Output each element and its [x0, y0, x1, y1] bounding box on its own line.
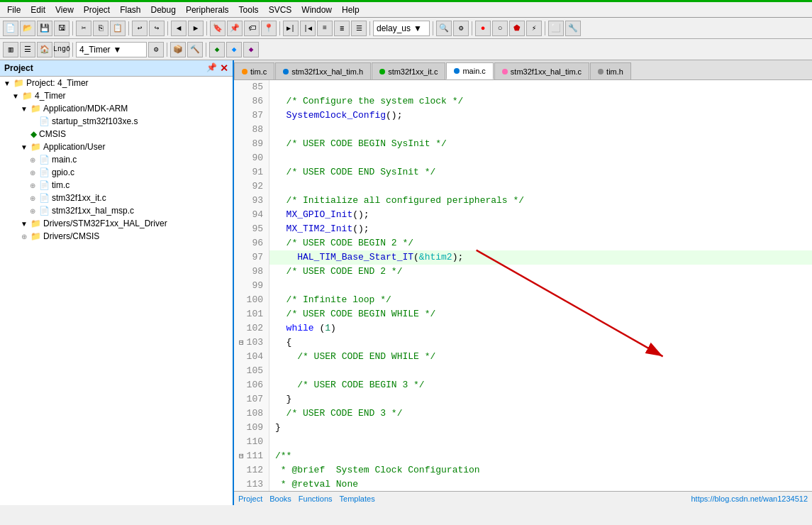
- menu-peripherals[interactable]: Peripherals: [182, 4, 233, 16]
- tree-label: stm32f1xx_it.c: [52, 193, 106, 203]
- toolbar-1: 📄 📂 💾 🖫 ✂ ⎘ 📋 ↩ ↪ ◀ ▶ 🔖 📌 🏷 📍 ▶| |◀ ≡ ≣ …: [0, 18, 812, 39]
- editor[interactable]: 85 86 87 88 89 90 91 92 93 94 95 96 97 9…: [234, 80, 812, 491]
- config-button[interactable]: ⚙: [453, 21, 469, 36]
- bookmark-button[interactable]: 🔖: [210, 21, 226, 36]
- file-icon: 📄: [39, 193, 50, 203]
- templates-tab-label[interactable]: Templates: [340, 494, 375, 503]
- close-icon[interactable]: ✕: [220, 62, 228, 74]
- blog-link[interactable]: https://blog.csdn.net/wan1234512: [691, 494, 808, 503]
- options-button[interactable]: ⬜: [548, 21, 564, 36]
- run-button[interactable]: ●: [475, 21, 491, 36]
- tab-stm32-hal-tim-h[interactable]: stm32f1xx_hal_tim.h: [275, 62, 371, 79]
- nav-fwd-button[interactable]: ▶: [188, 21, 204, 36]
- sep2: [128, 21, 129, 35]
- expand-icon: ⊕: [28, 207, 37, 215]
- code-area[interactable]: /* Configure the system clock */ SystemC…: [269, 80, 812, 491]
- tab-stm32-it-c[interactable]: stm32f1xx_it.c: [372, 62, 445, 79]
- tab-label: stm32f1xx_hal_tim.c: [511, 67, 582, 76]
- save-all-button[interactable]: 🖫: [54, 21, 69, 36]
- menu-debug[interactable]: Debug: [147, 4, 180, 16]
- tb2-btn1[interactable]: ▥: [3, 42, 18, 57]
- sep1: [72, 21, 73, 35]
- cut-button[interactable]: ✂: [76, 21, 91, 36]
- bookmark3-button[interactable]: 🏷: [244, 21, 260, 36]
- tree-item-hal-driver[interactable]: ▼ 📁 Drivers/STM32F1xx_HAL_Driver: [0, 217, 233, 230]
- menu-view[interactable]: View: [51, 4, 78, 16]
- expand-icon: ▼: [20, 105, 28, 113]
- menu-project[interactable]: Project: [79, 4, 114, 16]
- undo-button[interactable]: ↩: [132, 21, 148, 36]
- tree-item-tim-c[interactable]: ⊕ 📄 tim.c: [0, 179, 233, 192]
- build-btn1[interactable]: 📦: [170, 42, 186, 57]
- build-btn2[interactable]: 🔨: [187, 42, 203, 57]
- menu-edit[interactable]: Edit: [26, 4, 50, 16]
- sep12: [206, 43, 206, 57]
- redo-button[interactable]: ↪: [149, 21, 165, 36]
- tree-item-stm32-it[interactable]: ⊕ 📄 stm32f1xx_it.c: [0, 192, 233, 204]
- tree-label: gpio.c: [52, 167, 74, 177]
- ln-95: 95: [234, 222, 269, 236]
- new-file-button[interactable]: 📄: [3, 21, 18, 36]
- tab-hal-tim-c[interactable]: stm32f1xx_hal_tim.c: [494, 62, 589, 79]
- indent2-button[interactable]: ≡: [317, 21, 333, 36]
- sidebar-header: Project 📌 ✕: [0, 60, 233, 77]
- menu-svcs[interactable]: SVCS: [265, 4, 296, 16]
- function-combo[interactable]: delay_us ▼: [373, 21, 430, 36]
- pin-icon[interactable]: 📌: [206, 62, 217, 74]
- menu-window[interactable]: Window: [297, 4, 336, 16]
- copy-button[interactable]: ⎘: [93, 21, 109, 36]
- tree-item-mdk-arm[interactable]: ▼ 📁 Application/MDK-ARM: [0, 102, 233, 115]
- menubar: File Edit View Project Flash Debug Perip…: [0, 2, 812, 18]
- bookmark4-button[interactable]: 📍: [261, 21, 277, 36]
- circle-button[interactable]: ○: [492, 21, 508, 36]
- debug-btn2[interactable]: ◆: [226, 42, 242, 57]
- functions-tab-label[interactable]: Functions: [299, 494, 333, 503]
- save-button[interactable]: 💾: [37, 21, 52, 36]
- target-settings-btn[interactable]: ⚙: [148, 42, 164, 57]
- sidebar-title: Project: [4, 63, 33, 73]
- stop-button[interactable]: ⬟: [509, 21, 525, 36]
- target-combo[interactable]: 4_Timer ▼: [76, 42, 147, 57]
- tree-item-cmsis[interactable]: ◆ CMSIS: [0, 128, 233, 140]
- menu-help[interactable]: Help: [338, 4, 364, 16]
- bookmark2-button[interactable]: 📌: [227, 21, 243, 36]
- menu-file[interactable]: File: [3, 4, 25, 16]
- wrench-button[interactable]: 🔧: [565, 21, 581, 36]
- indent3-button[interactable]: ≣: [334, 21, 350, 36]
- tb2-btn2[interactable]: ☰: [20, 42, 35, 57]
- tree-item-drivers-cmsis[interactable]: ⊕ 📁 Drivers/CMSIS: [0, 230, 233, 243]
- indent-button[interactable]: ▶|: [283, 21, 299, 36]
- outdent-button[interactable]: |◀: [300, 21, 316, 36]
- menu-flash[interactable]: Flash: [116, 4, 145, 16]
- tb2-btn3[interactable]: 🏠: [37, 42, 52, 57]
- sep6: [369, 21, 370, 35]
- indent4-button[interactable]: ☰: [351, 21, 367, 36]
- code-line-111: /**: [269, 449, 812, 463]
- tree-item-main-c[interactable]: ⊕ 📄 main.c: [0, 153, 233, 166]
- books-tab-label[interactable]: Books: [269, 494, 291, 503]
- tree-item-hal-msp[interactable]: ⊕ 📄 stm32f1xx_hal_msp.c: [0, 204, 233, 217]
- paste-button[interactable]: 📋: [110, 21, 126, 36]
- tree-item-4timer[interactable]: ▼ 📁 4_Timer: [0, 89, 233, 102]
- tree-item-project[interactable]: ▼ 📁 Project: 4_Timer: [0, 77, 233, 89]
- tree-label: CMSIS: [39, 129, 66, 139]
- debug-btn3[interactable]: ◆: [243, 42, 259, 57]
- debug-btn1[interactable]: ◆: [209, 42, 225, 57]
- tab-tim-h[interactable]: tim.h: [590, 62, 631, 79]
- code-line-97: HAL_TIM_Base_Start_IT(&htim2);: [269, 250, 812, 265]
- code-line-110: [269, 435, 812, 449]
- open-file-button[interactable]: 📂: [20, 21, 35, 36]
- tab-main-c[interactable]: main.c: [446, 62, 493, 79]
- code-line-112: * @brief System Clock Configuration: [269, 463, 812, 477]
- nav-back-button[interactable]: ◀: [171, 21, 187, 36]
- menu-tools[interactable]: Tools: [235, 4, 263, 16]
- tab-tim-c[interactable]: tim.c: [234, 62, 274, 79]
- project-tabs-label[interactable]: Project: [238, 494, 262, 503]
- code-line-90: [269, 151, 812, 165]
- power-button[interactable]: ⚡: [526, 21, 542, 36]
- tree-item-app-user[interactable]: ▼ 📁 Application/User: [0, 140, 233, 153]
- tree-item-gpio-c[interactable]: ⊕ 📄 gpio.c: [0, 166, 233, 179]
- tree-item-startup[interactable]: 📄 startup_stm32f103xe.s: [0, 115, 233, 128]
- search-button[interactable]: 🔍: [436, 21, 452, 36]
- tb2-btn4[interactable]: Lngō: [54, 42, 69, 57]
